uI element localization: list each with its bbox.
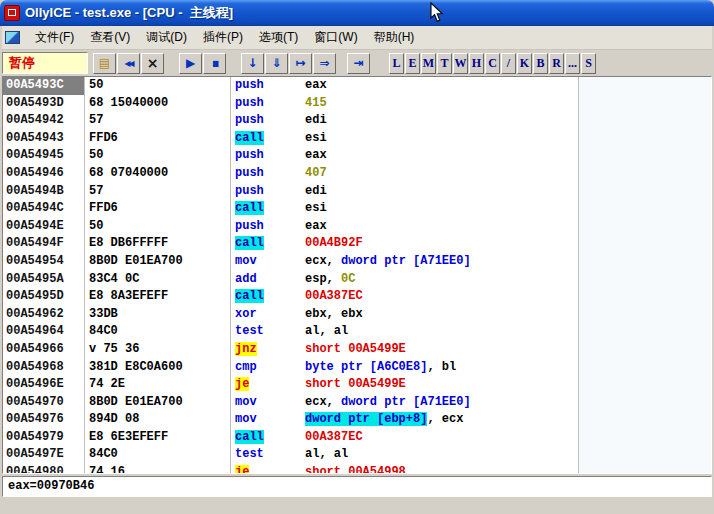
disasm-row[interactable]: 00A5494FE8 DB6FFFFFcall00A4B92F [3, 235, 711, 253]
disasm-row[interactable]: 00A5493C50pusheax [3, 77, 711, 95]
call-stack-window-button-label: K [520, 56, 529, 71]
menu-item-options[interactable]: 选项(T) [251, 26, 306, 49]
call-stack-window-button[interactable]: K [517, 53, 532, 74]
instruction-cell: movdword ptr [ebp+8], ecx [231, 411, 579, 429]
trace-over-button[interactable]: ⇒ [313, 53, 336, 74]
operand: esp, [305, 272, 341, 286]
patches-window-button[interactable]: / [501, 53, 516, 74]
disasm-row[interactable]: 00A54968381D E8C0A600cmpbyte ptr [A6C0E8… [3, 359, 711, 377]
instruction-cell: testal, al [231, 446, 579, 464]
menu-item-debug[interactable]: 调试(D) [138, 26, 195, 49]
operand: 0C [341, 272, 355, 286]
mnemonic: call [235, 131, 264, 145]
instruction-cell: pusheax [231, 147, 579, 165]
mnemonic-col: push [235, 165, 305, 182]
comment-cell [579, 271, 711, 289]
hexbytes-cell: 84C0 [85, 446, 231, 464]
disasm-row[interactable]: 00A549708B0D E01EA700movecx, dword ptr [… [3, 394, 711, 412]
mnemonic-col: add [235, 271, 305, 288]
mnemonic: push [235, 113, 264, 127]
trace-into-button[interactable]: ↦ [289, 53, 312, 74]
disasm-row[interactable]: 00A54976894D 08movdword ptr [ebp+8], ecx [3, 411, 711, 429]
disasm-row[interactable]: 00A5494550pusheax [3, 147, 711, 165]
hexbytes-cell: 381D E8C0A600 [85, 359, 231, 377]
operand: esi [305, 201, 327, 215]
mnemonic-col: je [235, 376, 305, 393]
address-cell: 00A5495D [3, 288, 85, 306]
title-bar[interactable]: OllyICE - test.exe - [CPU - 主线程] [0, 0, 714, 26]
open-executable-button[interactable]: ▤ [93, 53, 116, 74]
disasm-row[interactable]: 00A5493D68 15040000push415 [3, 95, 711, 113]
mnemonic: push [235, 184, 264, 198]
mdi-child-icon[interactable] [5, 31, 20, 44]
disasm-row[interactable]: 00A54979E8 6E3EFEFFcall00A387EC [3, 429, 711, 447]
threads-window-button[interactable]: T [437, 53, 452, 74]
windows-window-button-label: W [455, 56, 467, 71]
mnemonic: push [235, 166, 264, 180]
disasm-row[interactable]: 00A5495A83C4 0Caddesp, 0C [3, 271, 711, 289]
menu-item-view[interactable]: 查看(V) [82, 26, 138, 49]
disasm-row[interactable]: 00A5496233DBxorebx, ebx [3, 306, 711, 324]
references-window-button[interactable]: R [549, 53, 564, 74]
menu-item-window[interactable]: 窗口(W) [306, 26, 365, 49]
cpu-window-button[interactable]: C [485, 53, 500, 74]
step-into-button[interactable]: ↓ [241, 53, 264, 74]
instruction-cell: pusheax [231, 77, 579, 95]
app-icon[interactable] [4, 5, 20, 21]
disasm-row[interactable]: 00A5497E84C0testal, al [3, 446, 711, 464]
disasm-row[interactable]: 00A5494668 07040000push407 [3, 165, 711, 183]
disasm-row[interactable]: 00A5496E74 2Ejeshort 00A5499E [3, 376, 711, 394]
instruction-cell: push407 [231, 165, 579, 183]
menu-item-plugins[interactable]: 插件(P) [195, 26, 251, 49]
operand: , bl [427, 360, 456, 374]
disasm-row[interactable]: 00A5494257pushedi [3, 112, 711, 130]
info-pane[interactable]: eax=00970B46 [2, 476, 712, 497]
log-window-button[interactable]: L [389, 53, 404, 74]
close-button[interactable]: × [141, 53, 164, 74]
mnemonic: je [235, 465, 249, 474]
executables-window-button[interactable]: E [405, 53, 420, 74]
disasm-row[interactable]: 00A54966v 75 36jnzshort 00A5499E [3, 341, 711, 359]
restart-button[interactable]: ◂◂ [117, 53, 140, 74]
register-info-text: eax=00970B46 [8, 479, 94, 493]
instruction-cell: call00A387EC [231, 429, 579, 447]
step-over-button[interactable]: ⇓ [265, 53, 288, 74]
handles-window-button[interactable]: H [469, 53, 484, 74]
breakpoints-window-button[interactable]: B [533, 53, 548, 74]
hexbytes-cell: 33DB [85, 306, 231, 324]
operand: al, al [305, 447, 348, 461]
run-trace-window-button[interactable]: ... [565, 53, 580, 74]
hexbytes-cell: E8 6E3EFEFF [85, 429, 231, 447]
disasm-row[interactable]: 00A5496484C0testal, al [3, 323, 711, 341]
operand: dword ptr [A71EE0] [341, 395, 471, 409]
menu-item-file[interactable]: 文件(F) [27, 26, 82, 49]
mnemonic-col: mov [235, 253, 305, 270]
disasm-row[interactable]: 00A5498074 16jeshort 00A54998 [3, 464, 711, 474]
disasm-row[interactable]: 00A5494E50pusheax [3, 218, 711, 236]
source-window-button[interactable]: S [581, 53, 596, 74]
menu-item-help[interactable]: 帮助(H) [366, 26, 423, 49]
handles-window-button-label: H [472, 56, 481, 71]
disasm-row[interactable]: 00A5494B57pushedi [3, 183, 711, 201]
disasm-row[interactable]: 00A5495DE8 8A3EFEFFcall00A387EC [3, 288, 711, 306]
execute-till-return-button[interactable]: ⇥ [347, 53, 370, 74]
pause-button[interactable]: ▮▮ [203, 53, 226, 74]
run-button[interactable]: ▶ [179, 53, 202, 74]
disasm-row[interactable]: 00A5494CFFD6callesi [3, 200, 711, 218]
comment-cell [579, 323, 711, 341]
hexbytes-cell: v 75 36 [85, 341, 231, 359]
address-cell: 00A5497E [3, 446, 85, 464]
hexbytes-cell: 84C0 [85, 323, 231, 341]
hexbytes-cell: 57 [85, 112, 231, 130]
disassembly-pane[interactable]: 00A5493C50pusheax00A5493D68 15040000push… [2, 76, 712, 474]
operand: 00A387EC [305, 430, 363, 444]
disasm-row[interactable]: 00A54943FFD6callesi [3, 130, 711, 148]
address-cell: 00A5495A [3, 271, 85, 289]
mnemonic: mov [235, 254, 257, 268]
disasm-row[interactable]: 00A549548B0D E01EA700movecx, dword ptr [… [3, 253, 711, 271]
windows-window-button[interactable]: W [453, 53, 468, 74]
mnemonic-col: mov [235, 411, 305, 428]
toolbar: 暂停 ▤◂◂×▶▮▮↓⇓↦⇒⇥LEMTWHC/KBR...S [2, 50, 712, 76]
comment-cell [579, 183, 711, 201]
memory-window-button[interactable]: M [421, 53, 436, 74]
